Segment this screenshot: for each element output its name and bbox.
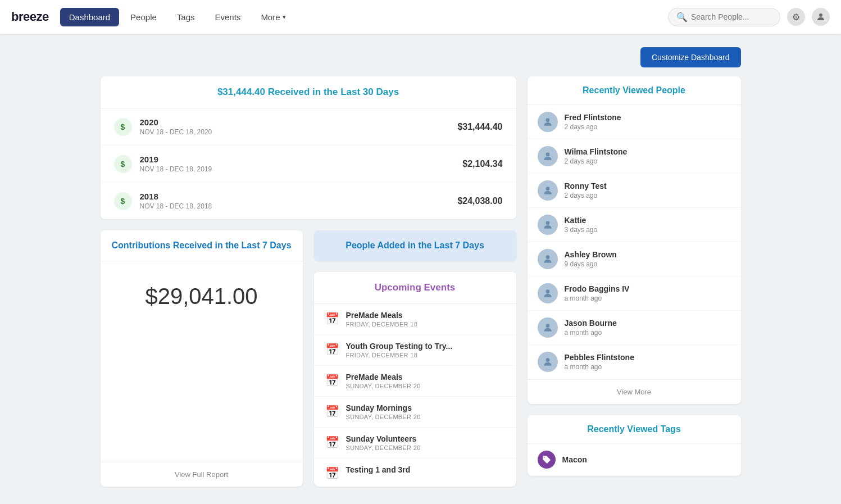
event-date-0: FRIDAY, DECEMBER 18 [346, 321, 418, 328]
view-full-report-link[interactable]: View Full Report [101, 462, 303, 487]
person-name-7: Pebbles Flintstone [565, 353, 731, 362]
left-column: $31,444.40 Received in the Last 30 Days … [101, 76, 516, 487]
person-time-1: 2 days ago [565, 157, 731, 165]
tag-item-0[interactable]: Macon [528, 444, 741, 476]
person-item-0[interactable]: Fred Flintstone 2 days ago [528, 105, 741, 139]
person-name-1: Wilma Flintstone [565, 147, 731, 156]
nav-item-people[interactable]: People [121, 8, 166, 26]
top-bar: Customize Dashboard [101, 47, 741, 67]
recently-viewed-tags-title: Recently Viewed Tags [528, 415, 741, 444]
upcoming-events-title: Upcoming Events [314, 272, 516, 304]
person-name-3: Kattie [565, 216, 731, 225]
contributions-last7-amount: $29,041.00 [101, 261, 303, 462]
person-name-5: Frodo Baggins IV [565, 284, 731, 293]
person-avatar-2 [538, 180, 558, 201]
contrib-date-2019: NOV 18 - DEC 18, 2019 [140, 165, 463, 173]
search-input[interactable] [691, 12, 772, 21]
contrib-year-2019: 2019 [140, 155, 463, 164]
svg-point-4 [545, 221, 549, 225]
person-item-3[interactable]: Kattie 3 days ago [528, 208, 741, 242]
settings-icon[interactable]: ⚙ [787, 8, 805, 26]
nav-right: 🔍 ⚙ [668, 8, 830, 26]
event-item-1: 📅 Youth Group Testing to Try... FRIDAY, … [314, 335, 516, 366]
upcoming-events-card: Upcoming Events 📅 PreMade Meals FRIDAY, … [314, 272, 516, 487]
event-name-5: Testing 1 and 3rd [346, 465, 411, 474]
search-bar[interactable]: 🔍 [668, 8, 780, 26]
recently-viewed-people-title: Recently Viewed People [528, 76, 741, 105]
received-card: $31,444.40 Received in the Last 30 Days … [101, 76, 516, 219]
svg-point-1 [545, 118, 549, 122]
event-name-0: PreMade Meals [346, 311, 418, 320]
person-time-3: 3 days ago [565, 226, 731, 234]
main-content: Customize Dashboard $31,444.40 Received … [84, 34, 758, 500]
person-time-5: a month ago [565, 294, 731, 302]
user-avatar-icon[interactable] [812, 8, 830, 26]
nav-item-tags[interactable]: Tags [168, 8, 204, 26]
contribution-row-2020: $ 2020 NOV 18 - DEC 18, 2020 $31,444.40 [101, 108, 516, 146]
received-card-title: $31,444.40 Received in the Last 30 Days [101, 76, 516, 108]
right-column: Recently Viewed People Fred Flintstone 2… [528, 76, 741, 487]
contributions-last7-title: Contributions Received in the Last 7 Day… [101, 230, 303, 261]
recently-viewed-tags-card: Recently Viewed Tags Macon [528, 415, 741, 476]
tag-name-0: Macon [562, 455, 587, 464]
event-item-5: 📅 Testing 1 and 3rd [314, 458, 516, 487]
person-avatar-1 [538, 146, 558, 166]
person-avatar-3 [538, 215, 558, 235]
contrib-date-2018: NOV 18 - DEC 18, 2018 [140, 202, 458, 210]
contribution-row-2019: $ 2019 NOV 18 - DEC 18, 2019 $2,104.34 [101, 146, 516, 183]
nav-item-dashboard[interactable]: Dashboard [60, 8, 119, 26]
customize-dashboard-button[interactable]: Customize Dashboard [640, 47, 741, 67]
contrib-amount-2019: $2,104.34 [462, 159, 502, 169]
person-time-0: 2 days ago [565, 123, 731, 131]
app-logo[interactable]: breeze [11, 10, 49, 24]
person-item-1[interactable]: Wilma Flintstone 2 days ago [528, 139, 741, 174]
contrib-year-2020: 2020 [140, 117, 458, 127]
dollar-icon-2018: $ [114, 192, 132, 210]
person-time-4: 9 days ago [565, 260, 731, 268]
contribution-row-2018: $ 2018 NOV 18 - DEC 18, 2018 $24,038.00 [101, 183, 516, 219]
chevron-down-icon: ▾ [283, 13, 286, 21]
calendar-icon-3: 📅 [325, 405, 339, 418]
contrib-amount-2018: $24,038.00 [457, 196, 502, 206]
calendar-icon-0: 📅 [325, 312, 339, 325]
person-time-6: a month ago [565, 329, 731, 337]
contrib-year-2018: 2018 [140, 192, 458, 201]
navbar: breeze Dashboard People Tags Events More… [0, 0, 841, 34]
person-name-2: Ronny Test [565, 181, 731, 190]
svg-point-5 [545, 255, 549, 259]
person-item-6[interactable]: Jason Bourne a month ago [528, 311, 741, 345]
svg-point-3 [545, 187, 549, 190]
svg-point-7 [545, 324, 549, 328]
event-date-2: SUNDAY, DECEMBER 20 [346, 383, 421, 389]
person-time-7: a month ago [565, 363, 731, 371]
contrib-amount-2020: $31,444.40 [457, 122, 502, 132]
svg-point-2 [545, 152, 549, 156]
event-name-4: Sunday Volunteers [346, 434, 421, 443]
person-avatar-4 [538, 249, 558, 269]
contrib-date-2020: NOV 18 - DEC 18, 2020 [140, 128, 458, 136]
nav-item-events[interactable]: Events [206, 8, 250, 26]
person-time-2: 2 days ago [565, 192, 731, 199]
people-added-card: People Added in the Last 7 Days [314, 230, 516, 261]
person-item-2[interactable]: Ronny Test 2 days ago [528, 174, 741, 208]
recently-viewed-people-card: Recently Viewed People Fred Flintstone 2… [528, 76, 741, 404]
event-item-2: 📅 PreMade Meals SUNDAY, DECEMBER 20 [314, 366, 516, 397]
calendar-icon-1: 📅 [325, 343, 339, 356]
contributions-last7-card: Contributions Received in the Last 7 Day… [101, 230, 303, 487]
event-name-3: Sunday Mornings [346, 403, 421, 412]
event-item-0: 📅 PreMade Meals FRIDAY, DECEMBER 18 [314, 304, 516, 335]
nav-item-more[interactable]: More ▾ [252, 8, 294, 26]
people-added-title: People Added in the Last 7 Days [314, 230, 516, 261]
person-item-4[interactable]: Ashley Brown 9 days ago [528, 242, 741, 276]
bottom-two-grid: Contributions Received in the Last 7 Day… [101, 230, 516, 487]
person-avatar-0 [538, 112, 558, 132]
person-item-5[interactable]: Frodo Baggins IV a month ago [528, 276, 741, 311]
person-item-7[interactable]: Pebbles Flintstone a month ago [528, 345, 741, 379]
search-icon: 🔍 [676, 12, 688, 22]
dashboard-grid: $31,444.40 Received in the Last 30 Days … [101, 76, 741, 487]
person-avatar-7 [538, 352, 558, 372]
tag-icon-0 [538, 451, 556, 469]
calendar-icon-4: 📅 [325, 435, 339, 449]
person-avatar-6 [538, 317, 558, 338]
view-more-people-link[interactable]: View More [528, 379, 741, 404]
